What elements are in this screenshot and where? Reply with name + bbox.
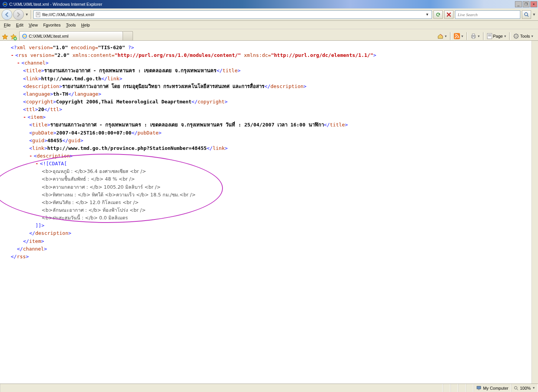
back-button[interactable] <box>2 9 12 20</box>
search-box[interactable] <box>455 10 520 19</box>
new-tab-button[interactable] <box>123 31 133 40</box>
menu-file[interactable]: File <box>2 22 13 28</box>
collapse-toggle[interactable]: - <box>23 114 28 120</box>
page-label: Page <box>493 34 503 38</box>
tools-label: Tools <box>520 34 530 38</box>
restore-button[interactable]: ❐ <box>523 1 530 7</box>
collapse-toggle[interactable]: - <box>11 52 15 58</box>
zoom-control[interactable]: 100% ▼ <box>511 384 538 392</box>
svg-rect-13 <box>477 386 481 389</box>
add-favorite-button[interactable] <box>10 33 17 40</box>
menu-edit[interactable]: Edit <box>14 22 26 28</box>
svg-rect-5 <box>454 33 460 39</box>
feeds-button[interactable]: ▼ <box>452 32 466 40</box>
command-bar: ▼ ▼ ▼ Page▼ Tools▼ <box>433 32 538 40</box>
page-icon <box>35 12 41 17</box>
zone-label: My Computer <box>483 386 508 390</box>
svg-rect-8 <box>472 34 475 35</box>
status-message <box>0 384 443 392</box>
print-button[interactable]: ▼ <box>468 32 482 40</box>
menu-help[interactable]: Help <box>79 22 92 28</box>
minimize-button[interactable]: _ <box>515 1 522 7</box>
ie-icon <box>2 2 8 7</box>
status-cell <box>443 384 450 392</box>
zoom-icon <box>514 386 518 390</box>
page-menu[interactable]: Page▼ <box>485 32 509 40</box>
address-text: file:///C:/XML/XML/test.xml# <box>42 12 423 17</box>
collapse-toggle[interactable]: - <box>17 60 22 66</box>
zoom-label: 100% <box>520 386 531 390</box>
stop-button[interactable] <box>444 10 453 19</box>
svg-rect-14 <box>478 389 480 390</box>
separator <box>31 10 32 19</box>
refresh-button[interactable] <box>433 10 443 19</box>
forward-button[interactable] <box>13 9 24 20</box>
collapse-toggle[interactable]: - <box>35 161 40 166</box>
svg-point-2 <box>525 13 528 16</box>
close-button[interactable]: × <box>530 1 537 7</box>
svg-point-15 <box>514 386 517 389</box>
tab-row: C:\XML\XML\test.xml ▼ ▼ ▼ Page▼ Tools▼ <box>0 29 538 41</box>
search-input[interactable] <box>457 12 518 17</box>
svg-rect-1 <box>36 12 40 17</box>
security-zone[interactable]: My Computer <box>473 384 511 392</box>
menu-favorites[interactable]: Favorites <box>41 22 63 28</box>
menu-view[interactable]: View <box>27 22 40 28</box>
tab-active[interactable]: C:\XML\XML\test.xml <box>19 31 123 40</box>
status-cell <box>466 384 473 392</box>
computer-icon <box>476 385 482 391</box>
status-cell <box>450 384 458 392</box>
window-title: C:\XML\XML\test.xml - Windows Internet E… <box>9 2 515 7</box>
menu-tools[interactable]: Tools <box>64 22 78 28</box>
ie-icon <box>22 33 27 39</box>
svg-rect-9 <box>472 37 475 38</box>
status-bar: My Computer 100% ▼ <box>0 384 538 392</box>
tools-menu[interactable]: Tools▼ <box>511 32 536 40</box>
tab-label: C:\XML\XML\test.xml <box>29 34 68 38</box>
search-dropdown[interactable]: ▾ <box>532 9 536 20</box>
vertical-scrollbar[interactable] <box>531 41 538 384</box>
address-dropdown[interactable]: ▾ <box>425 12 430 17</box>
search-button[interactable] <box>522 10 531 19</box>
nav-toolbar: ▾ file:///C:/XML/XML/test.xml# ▾ ▾ <box>0 8 538 21</box>
xml-view: <?xml version="1.0" encoding="TIS-620" ?… <box>0 41 531 384</box>
address-bar[interactable]: file:///C:/XML/XML/test.xml# ▾ <box>33 10 432 19</box>
menu-bar: File Edit View Favorites Tools Help <box>0 21 538 29</box>
history-dropdown[interactable]: ▾ <box>25 9 29 20</box>
status-cell <box>458 384 466 392</box>
home-button[interactable]: ▼ <box>435 32 449 40</box>
titlebar: C:\XML\XML\test.xml - Windows Internet E… <box>0 0 538 8</box>
svg-point-12 <box>516 36 517 37</box>
favorites-center-button[interactable] <box>2 33 8 40</box>
svg-point-6 <box>455 37 456 38</box>
collapse-toggle[interactable]: - <box>29 153 34 159</box>
